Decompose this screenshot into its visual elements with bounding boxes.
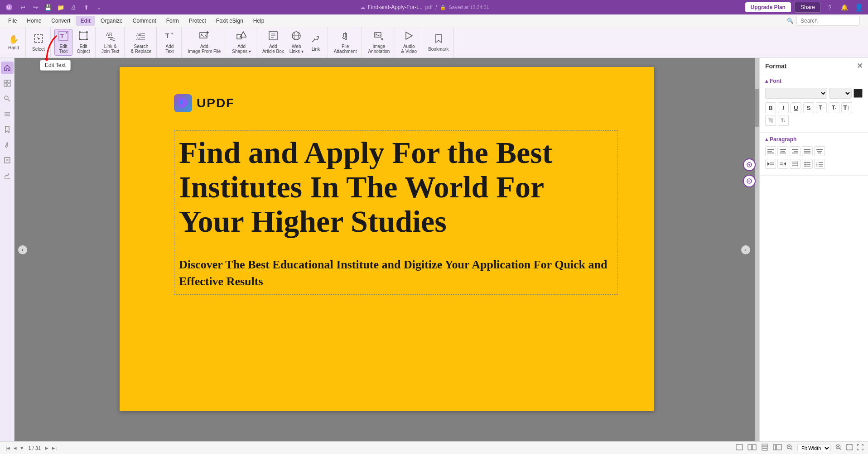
notification-icon[interactable]: 🔔 bbox=[839, 2, 850, 13]
bold-btn[interactable]: B bbox=[765, 102, 776, 113]
align-justify-btn[interactable] bbox=[802, 146, 813, 156]
print-btn[interactable]: 🖨 bbox=[68, 2, 79, 13]
more-btn[interactable]: ⌄ bbox=[93, 2, 104, 13]
add-image-btn[interactable]: AddImage From File bbox=[185, 29, 223, 55]
fit-page-btn[interactable] bbox=[846, 444, 853, 452]
audio-video-btn[interactable]: Audio& Video bbox=[399, 29, 419, 55]
indent-right-btn[interactable] bbox=[777, 159, 788, 169]
menu-foxit-esign[interactable]: Foxit eSign bbox=[212, 16, 248, 26]
font-color-picker[interactable] bbox=[854, 89, 863, 98]
redo-btn[interactable]: ↪ bbox=[30, 2, 41, 13]
subscript-btn[interactable]: T- bbox=[829, 102, 839, 113]
list-ordered-btn[interactable]: 1.2.3. bbox=[814, 159, 825, 169]
font-name-select[interactable] bbox=[765, 88, 827, 99]
open-btn[interactable]: 📁 bbox=[55, 2, 66, 13]
doc-scroll-left[interactable]: ‹ bbox=[18, 245, 27, 254]
menu-form[interactable]: Form bbox=[162, 16, 183, 26]
menu-convert[interactable]: Convert bbox=[47, 16, 75, 26]
link-btn[interactable]: Link bbox=[307, 32, 325, 53]
text-size-up-btn[interactable]: T↑ bbox=[841, 102, 852, 113]
doc-scroll-right[interactable]: › bbox=[741, 245, 750, 254]
menu-edit[interactable]: Edit bbox=[76, 16, 95, 26]
sidebar-icon-notes[interactable] bbox=[1, 154, 14, 167]
side-icon-2[interactable] bbox=[743, 175, 756, 187]
sidebar-icon-thumbnail[interactable] bbox=[1, 77, 14, 90]
text-baseline-btn[interactable]: T| bbox=[765, 115, 776, 126]
save-btn[interactable]: 💾 bbox=[43, 2, 53, 13]
edit-text-icon: T bbox=[58, 31, 68, 43]
ribbon-group-link: ABAC Link &Join Text bbox=[96, 27, 125, 57]
image-annotation-btn[interactable]: ▼ ImageAnnotation bbox=[366, 29, 392, 55]
menu-comment[interactable]: Comment bbox=[128, 16, 161, 26]
svg-marker-64 bbox=[784, 162, 786, 166]
add-article-box-btn[interactable]: AddArticle Box bbox=[260, 29, 286, 55]
hand-tool-btn[interactable]: ✋ Hand bbox=[5, 33, 23, 52]
align-left-btn[interactable] bbox=[765, 146, 776, 156]
edit-text-btn[interactable]: T EditText bbox=[54, 29, 72, 56]
vertical-scrollbar[interactable] bbox=[755, 58, 759, 441]
svg-text:U: U bbox=[7, 5, 10, 10]
superscript-btn[interactable]: T+ bbox=[816, 102, 827, 113]
top-search-input[interactable] bbox=[796, 16, 860, 26]
menu-help[interactable]: Help bbox=[249, 16, 269, 26]
sidebar-icon-bookmark[interactable] bbox=[1, 123, 14, 136]
web-links-btn[interactable]: WebLinks ▾ bbox=[287, 29, 306, 55]
document-scroll-area[interactable]: UPDF Find and Apply For the Best Institu… bbox=[14, 58, 759, 441]
sidebar-icon-home[interactable] bbox=[1, 62, 14, 74]
bookmark-btn[interactable]: Bookmark bbox=[426, 32, 451, 53]
page-dropdown-btn[interactable]: ▾ bbox=[19, 444, 24, 451]
menu-file[interactable]: File bbox=[4, 16, 21, 26]
menu-home[interactable]: Home bbox=[22, 16, 46, 26]
sidebar-icon-search[interactable] bbox=[1, 92, 14, 105]
view-side-icon[interactable] bbox=[773, 444, 782, 452]
user-avatar[interactable]: 👤 bbox=[854, 2, 864, 13]
add-text-btn[interactable]: T+ AddText bbox=[160, 29, 178, 55]
cloud-icon: ☁ bbox=[360, 5, 365, 10]
line-spacing-btn[interactable] bbox=[790, 159, 800, 169]
title-bar-right: Upgrade Plan Share ? 🔔 👤 bbox=[745, 2, 864, 13]
share-button[interactable]: Share bbox=[795, 2, 821, 13]
add-image-label: AddImage From File bbox=[188, 44, 221, 54]
help-icon[interactable]: ? bbox=[825, 2, 835, 13]
zoom-out-btn[interactable] bbox=[786, 444, 793, 452]
add-shapes-btn[interactable]: AddShapes ▾ bbox=[230, 29, 253, 55]
sidebar-icon-layers[interactable] bbox=[1, 108, 14, 120]
first-page-btn[interactable]: |◂ bbox=[5, 444, 11, 451]
next-page-btn[interactable]: ▸ bbox=[44, 444, 49, 451]
align-right-btn[interactable] bbox=[790, 146, 800, 156]
prev-page-btn[interactable]: ◂ bbox=[13, 444, 18, 451]
italic-btn[interactable]: I bbox=[778, 102, 789, 113]
font-size-select[interactable] bbox=[829, 88, 852, 99]
sidebar-icon-sign[interactable] bbox=[1, 169, 14, 182]
scrollbar-thumb[interactable] bbox=[755, 89, 759, 127]
main-layout: UPDF Find and Apply For the Best Institu… bbox=[0, 58, 868, 441]
underline-btn[interactable]: U bbox=[791, 102, 801, 113]
side-icon-1[interactable] bbox=[743, 158, 756, 171]
link-join-text-btn[interactable]: ABAC Link &Join Text bbox=[99, 29, 121, 55]
file-attachment-btn[interactable]: FileAttachment bbox=[332, 29, 359, 55]
search-replace-btn[interactable]: ABAC Search& Replace bbox=[128, 29, 154, 55]
undo-btn[interactable]: ↩ bbox=[17, 2, 28, 13]
panel-close-btn[interactable]: ✕ bbox=[857, 62, 863, 70]
text-sub2-btn[interactable]: T↓ bbox=[778, 115, 789, 126]
zoom-in-btn[interactable] bbox=[835, 444, 842, 452]
strikethrough-btn[interactable]: S bbox=[803, 102, 814, 113]
edit-object-label: EditObject bbox=[77, 44, 90, 54]
view-single-icon[interactable] bbox=[736, 444, 743, 452]
upgrade-button[interactable]: Upgrade Plan bbox=[745, 2, 791, 12]
sidebar-icon-attach[interactable] bbox=[1, 139, 14, 151]
view-double-icon[interactable] bbox=[747, 444, 757, 452]
fullscreen-btn[interactable] bbox=[857, 444, 863, 452]
list-unordered-btn[interactable] bbox=[802, 159, 813, 169]
align-center-btn[interactable] bbox=[777, 146, 788, 156]
menu-organize[interactable]: Organize bbox=[96, 16, 127, 26]
last-page-btn[interactable]: ▸| bbox=[51, 444, 58, 451]
zoom-level-select[interactable]: Fit Width bbox=[797, 444, 831, 452]
select-tool-btn[interactable]: Select bbox=[29, 32, 48, 53]
share2-btn[interactable]: ⬆ bbox=[81, 2, 92, 13]
indent-left-btn[interactable] bbox=[765, 159, 776, 169]
align-distribute-btn[interactable] bbox=[814, 146, 825, 156]
view-continuous-icon[interactable] bbox=[761, 444, 768, 452]
menu-protect[interactable]: Protect bbox=[184, 16, 211, 26]
edit-object-btn[interactable]: EditObject bbox=[74, 29, 92, 55]
